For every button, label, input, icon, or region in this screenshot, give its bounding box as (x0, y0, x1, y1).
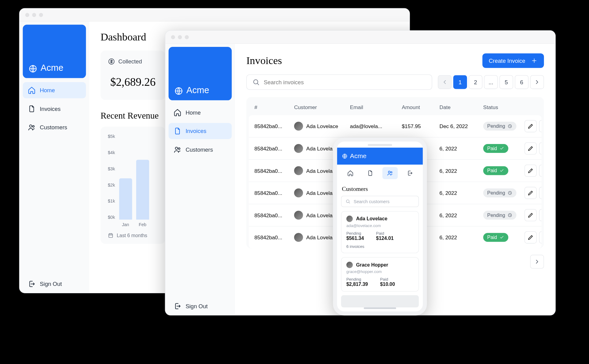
delete-button[interactable] (539, 187, 541, 199)
delete-button[interactable] (539, 165, 541, 177)
collected-label: Collected (118, 58, 142, 65)
brand-name: Acme (350, 153, 367, 160)
pager-prev[interactable] (438, 75, 452, 89)
sidebar-item-invoices[interactable]: Invoices (23, 101, 86, 117)
pager-page[interactable]: 2 (469, 75, 483, 89)
revenue-chart: $5k$4k$3k$2k$1k$0k JanFeb Last 6 months (101, 127, 165, 244)
traffic-light-icon[interactable] (171, 35, 175, 39)
row-actions (523, 231, 541, 244)
y-tick: $0k (108, 215, 115, 220)
row-actions (523, 120, 541, 132)
mobile-nav-home[interactable] (342, 167, 358, 179)
mobile-nav-invoices[interactable] (362, 167, 378, 179)
signout-button[interactable]: Sign Out (23, 275, 86, 293)
delete-button[interactable] (539, 231, 541, 244)
avatar (346, 216, 353, 222)
avatar (294, 122, 303, 131)
traffic-light-icon[interactable] (32, 13, 36, 17)
home-icon (28, 86, 36, 94)
traffic-light-icon[interactable] (25, 13, 29, 17)
clock-icon (507, 213, 512, 218)
cell-id: 85842ba0... (254, 168, 291, 174)
cell-status: Paid (483, 233, 520, 242)
col-email: Email (350, 104, 398, 111)
sidebar-item-label: Customers (40, 124, 67, 131)
arrow-left-icon (441, 79, 448, 85)
pager-page[interactable]: 6 (515, 75, 529, 89)
brand-logo[interactable]: Acme (168, 47, 232, 100)
signout-icon (28, 280, 36, 288)
svg-point-2 (33, 126, 34, 127)
pager-page[interactable]: ... (484, 75, 498, 89)
sidebar-item-home[interactable]: Home (23, 82, 86, 98)
cell-status: Paid (483, 166, 520, 175)
edit-button[interactable] (525, 209, 537, 221)
collected-value: $2,689.26 (108, 72, 158, 93)
edit-button[interactable] (525, 120, 537, 132)
signout-icon (406, 170, 413, 176)
signout-button[interactable]: Sign Out (168, 297, 232, 315)
col-date: Date (440, 104, 480, 111)
signout-icon (173, 302, 181, 310)
cell-id: 85842ba0... (254, 190, 291, 196)
brand-logo[interactable]: Acme (23, 25, 86, 78)
x-tick: Jan (122, 222, 129, 227)
cell-email: ada@lovela... (350, 123, 398, 129)
money-icon (108, 58, 115, 65)
traffic-light-icon[interactable] (185, 35, 189, 39)
pencil-icon (527, 190, 534, 196)
document-icon (28, 105, 36, 113)
search-input[interactable] (264, 79, 426, 85)
brand-logo-mobile[interactable]: Acme (337, 148, 423, 165)
avatar (294, 166, 303, 175)
brand-name: Acme (40, 63, 63, 73)
pencil-icon (527, 123, 534, 129)
pager-next-bottom[interactable] (530, 255, 544, 269)
pager-page[interactable]: 5 (499, 75, 513, 89)
avatar (294, 144, 303, 153)
cell-status: Pending (483, 188, 520, 197)
edit-button[interactable] (525, 187, 537, 199)
traffic-light-icon[interactable] (39, 13, 43, 17)
sidebar-item-customers[interactable]: Customers (168, 142, 232, 158)
window-chrome (165, 31, 555, 44)
customer-card[interactable]: Grace Hoppergrace@hopper.comPending$2,81… (341, 257, 419, 292)
mobile-nav-customers[interactable] (382, 167, 398, 179)
row-actions (523, 209, 541, 221)
customer-card[interactable]: Ada Lovelaceada@lovelace.comPending$561.… (341, 211, 419, 253)
avatar (294, 211, 303, 220)
svg-point-13 (388, 171, 390, 173)
row-actions (523, 165, 541, 177)
customer-name-row: Ada Lovelace (346, 216, 414, 222)
globe-icon (29, 64, 37, 73)
sidebar-item-customers[interactable]: Customers (23, 119, 86, 135)
edit-button[interactable] (525, 142, 537, 155)
cell-date: 6, 2022 (440, 234, 480, 241)
avatar (346, 262, 353, 268)
signout-label: Sign Out (40, 281, 62, 287)
check-icon (499, 168, 504, 173)
pager-next[interactable] (530, 75, 544, 89)
delete-button[interactable] (539, 120, 541, 132)
delete-button[interactable] (539, 142, 541, 155)
sidebar-item-label: Customers (186, 146, 213, 153)
cell-date: 6, 2022 (440, 146, 480, 152)
traffic-light-icon[interactable] (178, 35, 182, 39)
search-input-wrapper[interactable] (246, 74, 432, 90)
cell-id: 85842ba0... (254, 146, 291, 152)
mobile-nav-signout[interactable] (402, 167, 417, 179)
sidebar-item-home[interactable]: Home (168, 104, 232, 121)
pager-page[interactable]: 1 (453, 75, 467, 89)
avatar (294, 188, 303, 197)
edit-button[interactable] (525, 231, 537, 244)
col-amount: Amount (402, 104, 436, 111)
create-invoice-button[interactable]: Create Invoice (482, 53, 544, 68)
table-row[interactable]: 85842ba0...Ada Lovelaceada@lovela...$157… (249, 115, 541, 137)
cell-status: Pending (483, 122, 520, 131)
clock-icon (507, 191, 512, 195)
cell-date: 6, 2022 (440, 190, 480, 196)
delete-button[interactable] (539, 209, 541, 221)
sidebar-item-invoices[interactable]: Invoices (168, 123, 232, 139)
mobile-search[interactable]: Search customers (341, 196, 419, 207)
edit-button[interactable] (525, 165, 537, 177)
